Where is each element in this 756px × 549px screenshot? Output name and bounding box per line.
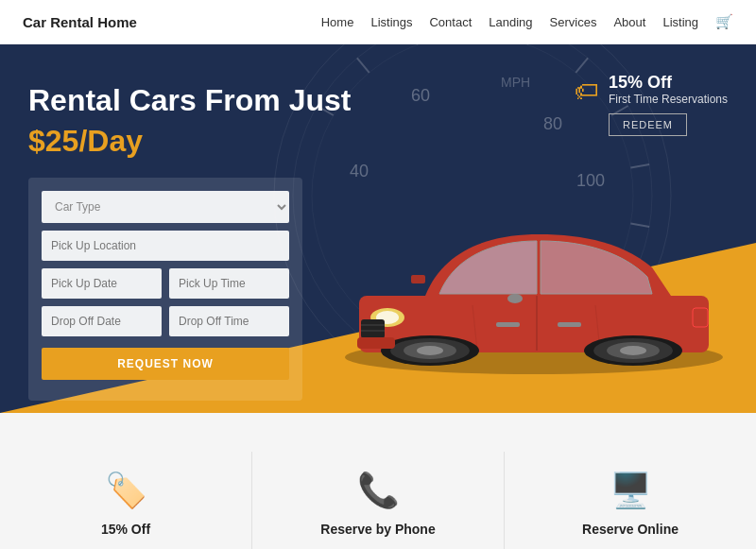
- dropoff-time-input[interactable]: [169, 306, 289, 336]
- navbar: Car Rental Home Home Listings Contact La…: [0, 0, 756, 44]
- tag-feature-icon: 🏷️: [105, 471, 147, 510]
- svg-point-39: [507, 294, 523, 303]
- nav-services[interactable]: Services: [550, 15, 597, 29]
- nav-listing[interactable]: Listing: [662, 15, 698, 29]
- svg-rect-41: [693, 308, 708, 327]
- hero-title: Rental Cars From Just: [28, 82, 351, 118]
- svg-text:60: 60: [411, 86, 430, 105]
- features-section: 🏷️ 15% Off 📞 Reserve by Phone 🖥️ Reserve…: [0, 413, 756, 549]
- promo-badge: 🏷 15% Off First Time Reservations REDEEM: [575, 73, 728, 136]
- svg-line-16: [630, 164, 649, 167]
- nav-contact[interactable]: Contact: [429, 15, 472, 29]
- pickup-datetime-row: [42, 268, 289, 299]
- car-type-select[interactable]: Car Type Sedan SUV Truck: [42, 191, 289, 223]
- pickup-date-input[interactable]: [42, 268, 162, 299]
- svg-rect-35: [361, 319, 385, 338]
- svg-rect-38: [357, 337, 395, 349]
- svg-text:MPH: MPH: [501, 75, 530, 90]
- nav-landing[interactable]: Landing: [489, 15, 532, 29]
- svg-line-10: [357, 58, 369, 72]
- nav-links: Home Listings Contact Landing Services A…: [321, 13, 733, 30]
- car-type-row: Car Type Sedan SUV Truck: [42, 191, 289, 223]
- nav-about[interactable]: About: [613, 15, 645, 29]
- nav-listings[interactable]: Listings: [370, 15, 412, 29]
- promo-discount: 15% Off: [609, 73, 728, 93]
- car-image: [331, 173, 737, 385]
- svg-point-32: [620, 346, 646, 355]
- feature-phone-label: Reserve by Phone: [320, 522, 435, 537]
- pickup-location-row: [42, 231, 289, 261]
- feature-discount: 🏷️ 15% Off: [0, 452, 252, 550]
- feature-discount-label: 15% Off: [101, 522, 150, 537]
- promo-text: 15% Off First Time Reservations REDEEM: [609, 73, 728, 136]
- promo-subtitle: First Time Reservations: [609, 93, 728, 106]
- redeem-button[interactable]: REDEEM: [609, 113, 687, 136]
- svg-point-28: [417, 346, 443, 355]
- car-svg: [331, 173, 737, 381]
- hero-price: $25/Day: [28, 124, 351, 159]
- monitor-feature-icon: 🖥️: [610, 471, 652, 510]
- nav-home[interactable]: Home: [321, 15, 354, 29]
- submit-row: REQUEST NOW: [42, 344, 289, 380]
- svg-rect-24: [558, 322, 581, 327]
- svg-line-14: [576, 58, 588, 72]
- dropoff-datetime-row: [42, 306, 289, 336]
- tag-icon: 🏷: [575, 77, 599, 106]
- feature-phone: 📞 Reserve by Phone: [252, 452, 505, 550]
- svg-text:80: 80: [543, 114, 562, 133]
- svg-rect-40: [411, 275, 425, 283]
- feature-online: 🖥️ Reserve Online: [505, 452, 756, 550]
- feature-online-label: Reserve Online: [582, 522, 679, 537]
- nav-logo: Car Rental Home: [23, 14, 137, 30]
- svg-rect-23: [496, 322, 520, 327]
- phone-feature-icon: 📞: [357, 471, 400, 510]
- pickup-time-input[interactable]: [169, 268, 289, 299]
- hero-content: Rental Cars From Just $25/Day Car Type S…: [28, 82, 351, 401]
- cart-icon[interactable]: 🛒: [715, 13, 733, 30]
- pickup-location-input[interactable]: [42, 231, 289, 261]
- booking-form: Car Type Sedan SUV Truck REQUEST NOW: [28, 178, 302, 401]
- dropoff-date-input[interactable]: [42, 306, 162, 336]
- request-now-button[interactable]: REQUEST NOW: [42, 348, 289, 380]
- hero-section: 40 60 MPH 80 100 km/h Rental Cars From J…: [0, 44, 756, 413]
